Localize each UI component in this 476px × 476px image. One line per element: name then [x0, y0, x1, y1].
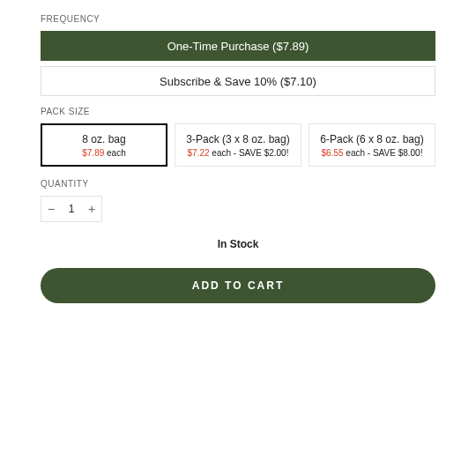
quantity-value: 1 [61, 203, 82, 215]
pack-subtext: $7.89 each [47, 148, 161, 158]
stock-status: In Stock [41, 238, 435, 250]
frequency-option-onetime[interactable]: One-Time Purchase ($7.89) [41, 31, 435, 61]
pack-option-single[interactable]: 8 oz. bag $7.89 each [41, 123, 167, 167]
pack-subtext: $7.22 each - SAVE $2.00! [181, 148, 295, 158]
frequency-option-text: One-Time Purchase ($7.89) [167, 40, 309, 53]
pack-title: 3-Pack (3 x 8 oz. bag) [181, 133, 295, 145]
pack-size-row: 8 oz. bag $7.89 each 3-Pack (3 x 8 oz. b… [41, 123, 435, 167]
frequency-option-subscribe[interactable]: Subscribe & Save 10% ($7.10) [41, 66, 435, 96]
quantity-increase-button[interactable]: + [82, 197, 101, 221]
pack-subtext: $6.55 each - SAVE $8.00! [315, 148, 429, 158]
pack-title: 8 oz. bag [47, 133, 161, 145]
pack-extra: each - SAVE $2.00! [210, 148, 289, 158]
pack-price: $6.55 [322, 148, 344, 158]
frequency-label: FREQUENCY [41, 14, 435, 24]
pack-price: $7.22 [188, 148, 210, 158]
quantity-stepper: − 1 + [41, 196, 102, 222]
pack-extra: each [104, 148, 125, 158]
quantity-section: QUANTITY − 1 + [41, 179, 435, 222]
pack-option-6pack[interactable]: 6-Pack (6 x 8 oz. bag) $6.55 each - SAVE… [309, 123, 435, 167]
frequency-section: FREQUENCY One-Time Purchase ($7.89) Subs… [41, 14, 435, 96]
quantity-label: QUANTITY [41, 179, 435, 189]
pack-title: 6-Pack (6 x 8 oz. bag) [315, 133, 429, 145]
quantity-decrease-button[interactable]: − [41, 197, 61, 221]
pack-price: $7.89 [82, 148, 104, 158]
frequency-option-text: Subscribe & Save 10% ($7.10) [160, 75, 316, 88]
add-to-cart-button[interactable]: ADD TO CART [41, 268, 435, 303]
pack-size-label: PACK SIZE [41, 107, 435, 116]
pack-size-section: PACK SIZE 8 oz. bag $7.89 each 3-Pack (3… [41, 107, 435, 167]
pack-extra: each - SAVE $8.00! [344, 148, 423, 158]
pack-option-3pack[interactable]: 3-Pack (3 x 8 oz. bag) $7.22 each - SAVE… [175, 123, 301, 167]
